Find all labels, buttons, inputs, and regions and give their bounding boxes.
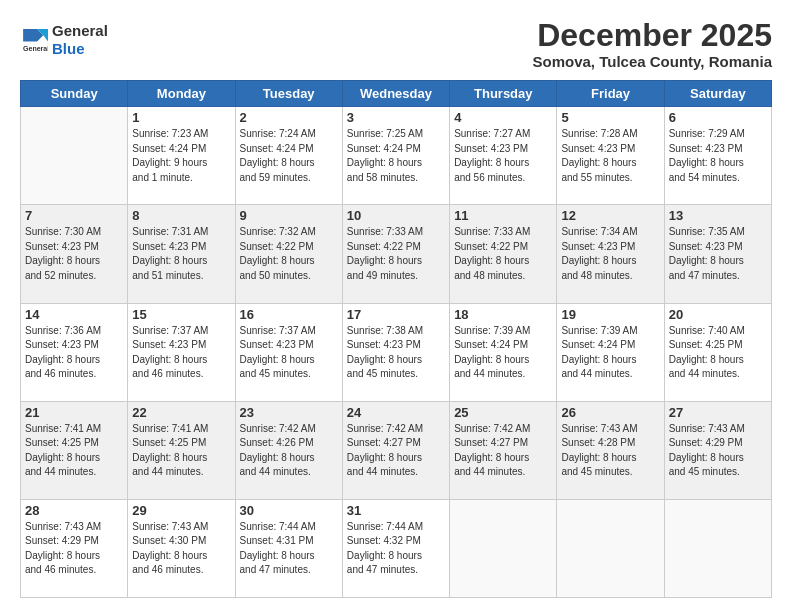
day-info: Sunrise: 7:33 AMSunset: 4:22 PMDaylight:…: [454, 225, 552, 283]
location-subtitle: Somova, Tulcea County, Romania: [533, 53, 773, 70]
day-number: 3: [347, 110, 445, 125]
calendar-cell: 15Sunrise: 7:37 AMSunset: 4:23 PMDayligh…: [128, 303, 235, 401]
day-info: Sunrise: 7:42 AMSunset: 4:26 PMDaylight:…: [240, 422, 338, 480]
calendar-cell: 1Sunrise: 7:23 AMSunset: 4:24 PMDaylight…: [128, 107, 235, 205]
logo-general-text: General: [52, 22, 108, 39]
day-info: Sunrise: 7:43 AMSunset: 4:30 PMDaylight:…: [132, 520, 230, 578]
calendar-cell: 14Sunrise: 7:36 AMSunset: 4:23 PMDayligh…: [21, 303, 128, 401]
calendar-cell: 7Sunrise: 7:30 AMSunset: 4:23 PMDaylight…: [21, 205, 128, 303]
calendar-cell: 11Sunrise: 7:33 AMSunset: 4:22 PMDayligh…: [450, 205, 557, 303]
calendar-week-row: 21Sunrise: 7:41 AMSunset: 4:25 PMDayligh…: [21, 401, 772, 499]
calendar-cell: 24Sunrise: 7:42 AMSunset: 4:27 PMDayligh…: [342, 401, 449, 499]
calendar-cell: 13Sunrise: 7:35 AMSunset: 4:23 PMDayligh…: [664, 205, 771, 303]
day-info: Sunrise: 7:43 AMSunset: 4:29 PMDaylight:…: [669, 422, 767, 480]
calendar-cell: 17Sunrise: 7:38 AMSunset: 4:23 PMDayligh…: [342, 303, 449, 401]
day-number: 5: [561, 110, 659, 125]
day-number: 31: [347, 503, 445, 518]
header: General General Blue December 2025 Somov…: [20, 18, 772, 70]
day-number: 18: [454, 307, 552, 322]
day-number: 24: [347, 405, 445, 420]
calendar-cell: 25Sunrise: 7:42 AMSunset: 4:27 PMDayligh…: [450, 401, 557, 499]
logo: General General Blue: [20, 22, 108, 58]
day-number: 7: [25, 208, 123, 223]
calendar-week-row: 7Sunrise: 7:30 AMSunset: 4:23 PMDaylight…: [21, 205, 772, 303]
calendar-cell: 16Sunrise: 7:37 AMSunset: 4:23 PMDayligh…: [235, 303, 342, 401]
calendar-cell: 30Sunrise: 7:44 AMSunset: 4:31 PMDayligh…: [235, 499, 342, 597]
day-info: Sunrise: 7:39 AMSunset: 4:24 PMDaylight:…: [454, 324, 552, 382]
day-number: 28: [25, 503, 123, 518]
day-number: 8: [132, 208, 230, 223]
day-number: 29: [132, 503, 230, 518]
calendar-cell: [664, 499, 771, 597]
calendar-table: SundayMondayTuesdayWednesdayThursdayFrid…: [20, 80, 772, 598]
day-info: Sunrise: 7:42 AMSunset: 4:27 PMDaylight:…: [454, 422, 552, 480]
calendar-cell: 4Sunrise: 7:27 AMSunset: 4:23 PMDaylight…: [450, 107, 557, 205]
calendar-cell: [450, 499, 557, 597]
calendar-cell: 23Sunrise: 7:42 AMSunset: 4:26 PMDayligh…: [235, 401, 342, 499]
day-header-sunday: Sunday: [21, 81, 128, 107]
calendar-cell: 21Sunrise: 7:41 AMSunset: 4:25 PMDayligh…: [21, 401, 128, 499]
day-number: 20: [669, 307, 767, 322]
day-info: Sunrise: 7:44 AMSunset: 4:32 PMDaylight:…: [347, 520, 445, 578]
day-info: Sunrise: 7:29 AMSunset: 4:23 PMDaylight:…: [669, 127, 767, 185]
day-header-saturday: Saturday: [664, 81, 771, 107]
day-number: 27: [669, 405, 767, 420]
day-info: Sunrise: 7:33 AMSunset: 4:22 PMDaylight:…: [347, 225, 445, 283]
calendar-cell: 18Sunrise: 7:39 AMSunset: 4:24 PMDayligh…: [450, 303, 557, 401]
calendar-cell: 5Sunrise: 7:28 AMSunset: 4:23 PMDaylight…: [557, 107, 664, 205]
day-number: 6: [669, 110, 767, 125]
day-number: 26: [561, 405, 659, 420]
day-number: 10: [347, 208, 445, 223]
calendar-week-row: 14Sunrise: 7:36 AMSunset: 4:23 PMDayligh…: [21, 303, 772, 401]
day-info: Sunrise: 7:28 AMSunset: 4:23 PMDaylight:…: [561, 127, 659, 185]
day-info: Sunrise: 7:24 AMSunset: 4:24 PMDaylight:…: [240, 127, 338, 185]
day-info: Sunrise: 7:42 AMSunset: 4:27 PMDaylight:…: [347, 422, 445, 480]
calendar-cell: 20Sunrise: 7:40 AMSunset: 4:25 PMDayligh…: [664, 303, 771, 401]
day-number: 14: [25, 307, 123, 322]
day-info: Sunrise: 7:43 AMSunset: 4:29 PMDaylight:…: [25, 520, 123, 578]
day-info: Sunrise: 7:35 AMSunset: 4:23 PMDaylight:…: [669, 225, 767, 283]
calendar-cell: 19Sunrise: 7:39 AMSunset: 4:24 PMDayligh…: [557, 303, 664, 401]
day-info: Sunrise: 7:39 AMSunset: 4:24 PMDaylight:…: [561, 324, 659, 382]
page: General General Blue December 2025 Somov…: [0, 0, 792, 612]
calendar-cell: [557, 499, 664, 597]
day-info: Sunrise: 7:38 AMSunset: 4:23 PMDaylight:…: [347, 324, 445, 382]
calendar-cell: 22Sunrise: 7:41 AMSunset: 4:25 PMDayligh…: [128, 401, 235, 499]
day-number: 1: [132, 110, 230, 125]
calendar-cell: 27Sunrise: 7:43 AMSunset: 4:29 PMDayligh…: [664, 401, 771, 499]
calendar-cell: [21, 107, 128, 205]
month-title: December 2025: [533, 18, 773, 53]
day-number: 13: [669, 208, 767, 223]
day-info: Sunrise: 7:36 AMSunset: 4:23 PMDaylight:…: [25, 324, 123, 382]
day-info: Sunrise: 7:27 AMSunset: 4:23 PMDaylight:…: [454, 127, 552, 185]
day-info: Sunrise: 7:44 AMSunset: 4:31 PMDaylight:…: [240, 520, 338, 578]
calendar-cell: 6Sunrise: 7:29 AMSunset: 4:23 PMDaylight…: [664, 107, 771, 205]
calendar-cell: 29Sunrise: 7:43 AMSunset: 4:30 PMDayligh…: [128, 499, 235, 597]
day-number: 25: [454, 405, 552, 420]
calendar-week-row: 28Sunrise: 7:43 AMSunset: 4:29 PMDayligh…: [21, 499, 772, 597]
day-info: Sunrise: 7:37 AMSunset: 4:23 PMDaylight:…: [132, 324, 230, 382]
calendar-cell: 12Sunrise: 7:34 AMSunset: 4:23 PMDayligh…: [557, 205, 664, 303]
day-number: 30: [240, 503, 338, 518]
calendar-cell: 26Sunrise: 7:43 AMSunset: 4:28 PMDayligh…: [557, 401, 664, 499]
day-info: Sunrise: 7:41 AMSunset: 4:25 PMDaylight:…: [25, 422, 123, 480]
day-number: 11: [454, 208, 552, 223]
calendar-cell: 31Sunrise: 7:44 AMSunset: 4:32 PMDayligh…: [342, 499, 449, 597]
day-number: 23: [240, 405, 338, 420]
calendar-cell: 9Sunrise: 7:32 AMSunset: 4:22 PMDaylight…: [235, 205, 342, 303]
title-block: December 2025 Somova, Tulcea County, Rom…: [533, 18, 773, 70]
calendar-cell: 2Sunrise: 7:24 AMSunset: 4:24 PMDaylight…: [235, 107, 342, 205]
day-info: Sunrise: 7:30 AMSunset: 4:23 PMDaylight:…: [25, 225, 123, 283]
day-number: 21: [25, 405, 123, 420]
day-info: Sunrise: 7:34 AMSunset: 4:23 PMDaylight:…: [561, 225, 659, 283]
day-number: 19: [561, 307, 659, 322]
day-info: Sunrise: 7:32 AMSunset: 4:22 PMDaylight:…: [240, 225, 338, 283]
calendar-cell: 3Sunrise: 7:25 AMSunset: 4:24 PMDaylight…: [342, 107, 449, 205]
logo-blue-text: Blue: [52, 40, 85, 57]
day-info: Sunrise: 7:37 AMSunset: 4:23 PMDaylight:…: [240, 324, 338, 382]
day-header-thursday: Thursday: [450, 81, 557, 107]
day-info: Sunrise: 7:43 AMSunset: 4:28 PMDaylight:…: [561, 422, 659, 480]
calendar-cell: 8Sunrise: 7:31 AMSunset: 4:23 PMDaylight…: [128, 205, 235, 303]
day-header-wednesday: Wednesday: [342, 81, 449, 107]
svg-text:General: General: [23, 45, 48, 52]
